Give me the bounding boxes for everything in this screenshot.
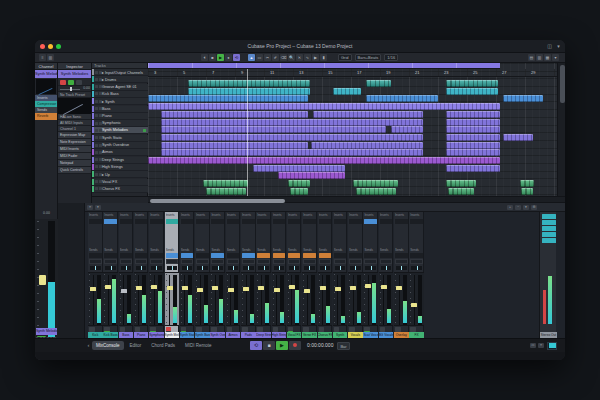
lower-zone-tab-chord-pads[interactable]: Chord Pads: [147, 341, 179, 350]
mixer-channel-strip[interactable]: InsertsSendsSynth Melodies: [165, 212, 180, 338]
pan-control[interactable]: [167, 266, 178, 270]
audio-midi-clip[interactable]: [446, 111, 500, 118]
insert-slot[interactable]: [150, 219, 163, 224]
insert-slot[interactable]: [196, 219, 209, 224]
send-slot[interactable]: [380, 253, 393, 258]
insert-slot[interactable]: [273, 219, 286, 224]
inspector-section-header[interactable]: MIDI Fader: [58, 153, 91, 160]
mixer-toolbar-icon[interactable]: ▾: [523, 205, 529, 210]
channel-mute-button[interactable]: [135, 327, 141, 331]
play-button[interactable]: ▶: [276, 341, 288, 350]
timeline-ruler[interactable]: 357911131517192123252729: [148, 69, 557, 77]
fader-handle[interactable]: [121, 289, 127, 293]
track-mute-button[interactable]: [95, 71, 98, 74]
channel-mute-button[interactable]: [319, 327, 325, 331]
routing-slot[interactable]: [349, 259, 362, 264]
track-row[interactable]: ▸ Drums: [92, 76, 148, 83]
tool-icon[interactable]: ⌫: [280, 54, 287, 61]
tool-icon[interactable]: ▮: [320, 54, 327, 61]
track-row[interactable]: Synth Static: [92, 135, 148, 142]
tool-icon[interactable]: 🔍: [288, 54, 295, 61]
fader-handle[interactable]: [258, 286, 264, 290]
mixer-channel-strip[interactable]: InsertsSendsVerse FX: [302, 212, 317, 338]
track-mute-button[interactable]: [95, 165, 98, 168]
audio-midi-clip[interactable]: [391, 126, 423, 133]
mixer-channel-strip[interactable]: InsertsSendsScat Voice: [363, 212, 378, 338]
pan-control[interactable]: [197, 266, 208, 270]
inspector-track-name[interactable]: Synth Melodies: [58, 70, 91, 78]
send-slot[interactable]: [181, 253, 194, 258]
track-row[interactable]: ▸ Up: [92, 171, 148, 178]
monitor-button[interactable]: [68, 80, 74, 85]
routing-slot[interactable]: [135, 259, 148, 264]
routing-slot[interactable]: [380, 259, 393, 264]
channel-mute-button[interactable]: [104, 327, 110, 331]
lower-zone-tab-editor[interactable]: Editor: [126, 341, 146, 350]
channel-send-slot[interactable]: Reverb: [35, 113, 57, 120]
fader-handle[interactable]: [167, 286, 173, 290]
channel-mute-button[interactable]: [273, 327, 279, 331]
mixer-channel-strip[interactable]: InsertsSendsSynth Static: [180, 212, 195, 338]
pan-control[interactable]: [105, 266, 116, 270]
horizontal-scroll-thumb[interactable]: [150, 199, 285, 203]
track-row[interactable]: Symphonic: [92, 120, 148, 127]
toolbar-dropdown[interactable]: 1/16: [384, 54, 398, 61]
lower-zone-tab-mixconsole[interactable]: MixConsole: [92, 341, 124, 350]
mixer-channel-strip[interactable]: InsertsSendsDeep Strings: [256, 212, 271, 338]
audio-midi-clip[interactable]: [288, 180, 310, 187]
track-mute-button[interactable]: [95, 114, 98, 117]
master-insert-slot[interactable]: [542, 220, 556, 225]
audio-midi-clip[interactable]: [253, 165, 345, 172]
channel-mute-button[interactable]: [227, 327, 233, 331]
play-button[interactable]: ▶: [217, 54, 224, 61]
window-zone-toggle-icon[interactable]: ▤: [528, 54, 535, 61]
fader-handle[interactable]: [320, 286, 326, 290]
bottom-right-icon[interactable]: ▭: [530, 343, 536, 348]
send-slot[interactable]: [410, 253, 423, 258]
transport-icon[interactable]: ●: [225, 54, 232, 61]
tool-icon[interactable]: ▲: [248, 54, 255, 61]
audio-midi-clip[interactable]: [446, 149, 500, 156]
fader-handle[interactable]: [90, 287, 96, 291]
track-mute-button[interactable]: [95, 136, 98, 139]
fader-handle[interactable]: [105, 285, 111, 289]
channel-track-name[interactable]: Synth Melodies: [35, 70, 57, 78]
channel-mute-button[interactable]: [380, 327, 386, 331]
toolbar-dropdown[interactable]: Bars+Beats: [355, 54, 382, 61]
fader-handle[interactable]: [182, 286, 188, 290]
routing-slot[interactable]: [150, 259, 163, 264]
track-row[interactable]: Chorus FX: [92, 186, 148, 193]
audio-midi-clip[interactable]: [446, 165, 500, 172]
fader-handle[interactable]: [396, 286, 402, 290]
pan-control[interactable]: [350, 266, 361, 270]
tool-icon[interactable]: ✕: [296, 54, 303, 61]
insert-slot[interactable]: [181, 219, 194, 224]
channel-mute-button[interactable]: [242, 327, 248, 331]
track-row[interactable]: Atmos: [92, 149, 148, 156]
volume-slider-handle[interactable]: [70, 87, 72, 91]
fader-handle[interactable]: [151, 285, 157, 289]
read-automation-button[interactable]: [76, 80, 82, 85]
fader-handle[interactable]: [212, 286, 218, 290]
send-slot[interactable]: [196, 253, 209, 258]
track-row[interactable]: Synth Overdrive: [92, 142, 148, 149]
pan-control[interactable]: [212, 266, 223, 270]
audio-midi-clip[interactable]: [148, 95, 308, 102]
mixer-channel-strip[interactable]: InsertsSendsAtmos: [226, 212, 241, 338]
window-zone-toggle-icon[interactable]: ▦: [544, 54, 551, 61]
send-slot[interactable]: [334, 253, 347, 258]
routing-slot[interactable]: [288, 259, 301, 264]
fader-handle[interactable]: [243, 287, 249, 291]
audio-midi-clip[interactable]: [366, 80, 391, 87]
tool-icon[interactable]: ✐: [272, 54, 279, 61]
channel-fader-handle[interactable]: [39, 275, 46, 285]
channel-mute-button[interactable]: [166, 327, 172, 331]
mixer-channel-strip[interactable]: InsertsSendsChorus FX: [318, 212, 333, 338]
routing-slot[interactable]: [227, 259, 240, 264]
pan-control[interactable]: [320, 266, 331, 270]
routing-slot[interactable]: [395, 259, 408, 264]
insert-slot[interactable]: [211, 219, 224, 224]
fader-handle[interactable]: [365, 284, 371, 288]
routing-slot[interactable]: [120, 259, 133, 264]
audio-midi-clip[interactable]: [161, 111, 308, 118]
